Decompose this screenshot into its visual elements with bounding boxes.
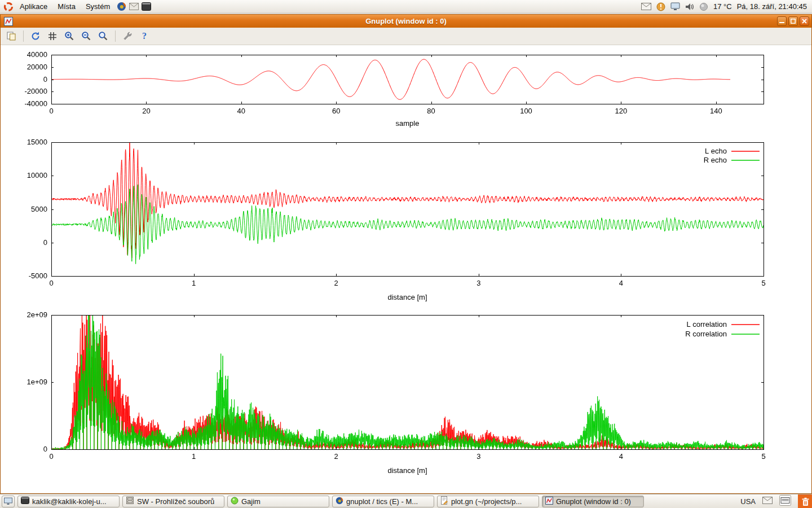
taskbar-button-label: kaklik@kaklik-kolej-u...: [32, 497, 107, 506]
configure-wrench-button[interactable]: [120, 29, 135, 43]
gnuplot-window: Gnuplot (window id : 0): [0, 14, 812, 494]
system-tray: 17 °C Pá, 18. září, 21:40:45: [641, 2, 809, 11]
bottom-tray: USA: [740, 494, 812, 508]
email-launcher-icon[interactable]: [128, 1, 139, 12]
maximize-button[interactable]: [788, 16, 798, 26]
gnuplot-window-icon: [4, 17, 13, 26]
file-manager-icon: [126, 496, 134, 506]
keyboard-indicator-icon[interactable]: [779, 495, 791, 507]
taskbar-button-label: Gajim: [241, 497, 261, 506]
keyboard-layout-label[interactable]: USA: [740, 497, 756, 506]
taskbar-button-firefox[interactable]: gnuplot / tics (E) - M...: [332, 496, 434, 507]
zoom-in-button[interactable]: [62, 29, 77, 43]
volume-icon[interactable]: [685, 3, 694, 11]
mail-notification-icon[interactable]: [641, 3, 651, 10]
ubuntu-logo-icon[interactable]: [3, 1, 14, 12]
help-button[interactable]: ?: [137, 29, 152, 43]
bottom-panel: kaklik@kaklik-kolej-u... SW - Prohlížeč …: [0, 494, 812, 508]
minimize-button[interactable]: [777, 16, 787, 26]
menu-system[interactable]: Systém: [81, 1, 114, 12]
text-editor-icon: [440, 496, 448, 506]
taskbar-button-file-manager[interactable]: SW - Prohlížeč souborů: [122, 496, 224, 507]
toolbar-separator: [115, 30, 116, 42]
taskbar-button-label: Gnuplot (window id : 0): [556, 497, 631, 506]
mail-tray-icon[interactable]: [762, 497, 773, 506]
display-icon[interactable]: [670, 2, 680, 11]
zoom-out-button[interactable]: [79, 29, 94, 43]
menu-applications[interactable]: Aplikace: [15, 1, 52, 12]
firefox-launcher-icon[interactable]: [116, 1, 127, 12]
terminal-icon: [21, 497, 29, 506]
update-notifier-icon[interactable]: [656, 2, 665, 11]
zoom-reset-button[interactable]: [96, 29, 111, 43]
taskbar-button-label: gnuplot / tics (E) - M...: [346, 497, 418, 506]
gajim-icon: [231, 497, 239, 506]
window-controls: [777, 16, 809, 26]
taskbar-button-editor[interactable]: plot.gn (~/projects/p...: [437, 496, 539, 507]
close-button[interactable]: [800, 16, 809, 26]
taskbar-button-gnuplot[interactable]: Gnuplot (window id : 0): [542, 496, 644, 507]
weather-icon[interactable]: [699, 2, 708, 11]
top-panel: Aplikace Místa Systém: [0, 0, 812, 14]
taskbar-button-terminal[interactable]: kaklik@kaklik-kolej-u...: [17, 496, 120, 507]
taskbar-button-gajim[interactable]: Gajim: [227, 496, 329, 507]
replot-button[interactable]: [28, 29, 43, 43]
taskbar-button-label: plot.gn (~/projects/p...: [451, 497, 522, 506]
desktop: Aplikace Místa Systém: [0, 0, 812, 508]
taskbar-button-label: SW - Prohlížeč souborů: [137, 497, 214, 506]
help-glyph: ?: [142, 31, 147, 41]
titlebar[interactable]: Gnuplot (window id : 0): [1, 15, 811, 28]
menu-places[interactable]: Místa: [53, 1, 80, 12]
terminal-launcher-icon[interactable]: [140, 1, 152, 12]
plot-canvas[interactable]: [1, 45, 811, 493]
temperature[interactable]: 17 °C: [713, 2, 732, 11]
toolbar-separator: [23, 30, 24, 42]
grid-toggle-button[interactable]: [45, 29, 60, 43]
window-title: Gnuplot (window id : 0): [1, 17, 811, 25]
window-list: kaklik@kaklik-kolej-u... SW - Prohlížeč …: [17, 496, 644, 507]
firefox-icon: [336, 497, 343, 506]
clock[interactable]: Pá, 18. září, 21:40:45: [737, 2, 807, 11]
show-desktop-button[interactable]: [2, 496, 15, 507]
toolbar: ?: [1, 28, 811, 45]
copy-to-clipboard-button[interactable]: [4, 29, 19, 43]
trash-icon[interactable]: [798, 494, 812, 508]
gnuplot-icon: [545, 497, 553, 506]
